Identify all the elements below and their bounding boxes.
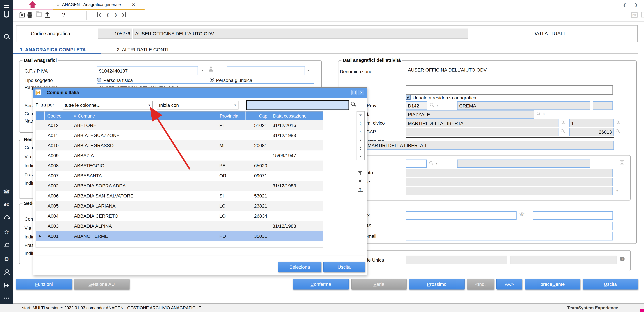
estero-codice-input[interactable] [406,160,427,168]
sms-input[interactable] [406,222,613,230]
frazione-search-icon[interactable] [561,129,565,134]
nav-back-icon[interactable]: ❮ [623,2,626,8]
modal-titlebar[interactable]: Comuni d'Italia ✕ [33,88,366,98]
comune-row-A010[interactable]: A010ABBIATEGRASSOMI20081 [36,140,323,150]
modal-uscita-button[interactable]: Uscita [323,262,365,272]
headset-icon[interactable] [0,215,13,219]
telefono-input[interactable] [406,211,516,220]
estero-dropdown-icon[interactable]: ▼ [435,162,438,165]
prov-search-icon[interactable] [430,103,434,107]
fax-input[interactable] [533,211,613,220]
page-up-icon[interactable]: ∧∧ [357,119,364,128]
radio-persona-fisica[interactable] [97,78,101,82]
comune-row-A012[interactable]: A012ABETONEPT5102131/12/2016 [36,120,323,130]
more-options-icon[interactable] [0,297,13,298]
comune-row-A003[interactable]: A003ABBADIA ALPINA31/12/1983 [36,221,323,231]
tab-altri-dati-e-conti[interactable]: 2. ALTRI DATI E CONTI [117,47,168,52]
indirizzo-search-icon[interactable] [561,121,565,125]
seleziona-button[interactable]: Seleziona [278,262,321,272]
tab-anagen[interactable]: ☆ ANAGEN - Anagrafica generale ✕ [53,0,144,10]
row-down-icon[interactable]: ∨ [357,136,364,144]
user-profile-icon[interactable] [0,269,13,274]
grid-header-provincia[interactable]: Provincia [217,111,246,120]
comune-row-A004[interactable]: A004ABBADIA CERRETOLO26834 [36,211,323,221]
prov-dropdown-icon[interactable]: ▼ [436,104,439,107]
gestione-au-button[interactable]: Gestione AU [74,279,130,289]
camera-icon[interactable] [19,13,25,18]
radio-persona-giuridica[interactable] [210,78,214,82]
next-record-icon[interactable]: ❯ [114,13,118,17]
comune-row-A006[interactable]: A006ABBADIA SAN SALVATORESI53021 [36,191,323,201]
prossimo-button[interactable]: Prossimo [409,279,464,289]
clear-filter-icon[interactable]: ✕ [358,178,362,184]
last-record-icon[interactable]: ❯ [122,13,126,17]
precedente-button[interactable]: preceDente [525,279,580,289]
prov-code-field[interactable]: D142 [406,101,427,110]
grid-header-cap[interactable]: Cap [246,111,270,120]
comune-row-A011[interactable]: A011ABBIATEGUAZZONE31/12/1983 [36,130,323,140]
uscita-button[interactable]: Uscita [582,279,638,289]
cf-secondary-input[interactable] [227,66,305,75]
tab-close-icon[interactable]: ✕ [132,2,135,7]
comune-row-A005[interactable]: A005ABBADIA LARIANALC23821 [36,201,323,211]
filter-search-icon[interactable] [351,102,356,107]
hamburger-menu-icon[interactable] [0,3,13,9]
go-first-icon[interactable]: ∧ [357,111,364,119]
comune-row-A009[interactable]: A009ABBAZIA15/09/1947 [36,150,323,161]
filter-mode-select[interactable]: Inizia con▼ [157,101,238,109]
tab-anagrafica-completa[interactable]: 1. ANAGRAFICA COMPLETA [20,47,86,52]
comune-row-A001[interactable]: ▶A001ABANO TERMEPD35031 [36,231,323,241]
ec-logo-icon[interactable]: ec [0,202,13,207]
conferma-button[interactable]: Conferma [293,279,349,289]
logout-icon[interactable] [0,283,13,287]
via-dropdown-icon[interactable]: ▼ [543,113,546,116]
cf-piva-input[interactable]: 91042440197 [97,66,198,75]
tab-star-icon[interactable]: ☆ [56,2,60,7]
uguale-residenza-checkbox[interactable]: ✔ [406,95,410,100]
filter-funnel-icon[interactable] [358,171,362,176]
settings-gear-icon[interactable]: ⚙ [0,256,13,262]
modal-close-icon[interactable]: ✕ [358,90,364,95]
search-icon[interactable] [0,34,13,40]
comune-row-A002[interactable]: A002ABBADIA SOPRA ADDA31/12/1983 [36,181,323,191]
alias-input[interactable] [406,85,613,95]
home-tab[interactable] [13,0,53,10]
notifications-bell-icon[interactable] [0,243,13,247]
record-header: Codice anagrafica 105276 AUSER OFFICINA … [16,25,638,42]
comune-row-A008[interactable]: A008ABBATEGGIOPE65020 [36,161,323,171]
civico-search-icon[interactable] [616,121,620,125]
modal-maximize-icon[interactable] [351,90,357,95]
previous-record-icon[interactable]: ❮ [106,13,109,17]
phone-icon[interactable]: ☎ [0,188,13,195]
go-last-icon[interactable]: ∨ [357,152,364,160]
row-up-icon[interactable]: ∧ [357,128,364,136]
grid-header-codice[interactable]: Codice [44,111,71,120]
print-icon[interactable] [28,12,33,18]
nav-forward-icon[interactable]: ❯ [634,2,638,8]
grid-header-cessazione[interactable]: Data cessazione [270,111,323,120]
info-icon[interactable]: i [620,257,624,261]
favorites-star-icon[interactable]: ☆ [0,229,13,235]
avanti-button[interactable]: Av.> [496,279,522,289]
first-record-icon[interactable]: ❮ [97,13,102,17]
denominazione-textarea[interactable]: AUSER OFFICINA DELL'AIUTO ODV [406,66,623,84]
cf-secondary-dropdown-icon[interactable]: ▼ [307,69,310,72]
indietro-button[interactable]: <Ind. [467,279,494,289]
cap-search-icon[interactable] [616,129,620,134]
varia-button[interactable]: Varia [351,279,406,289]
upload-icon[interactable] [45,12,51,18]
filter-column-select[interactable]: tutte le colonne...▼ [63,101,152,109]
email-input[interactable] [406,232,613,240]
help-icon[interactable]: ? [62,12,66,18]
via-search-icon[interactable] [537,112,541,116]
estero-search-icon[interactable] [429,161,434,166]
export-icon[interactable]: ↥ [358,187,362,192]
filter-search-input[interactable] [246,100,349,110]
estero-dropdown2-icon[interactable]: ▼ [616,189,618,193]
page-down-icon[interactable]: ∨∨ [357,144,364,152]
funzioni-button[interactable]: Funzioni [16,279,72,289]
estero-list-icon[interactable] [620,160,624,165]
cf-dropdown-icon[interactable]: ▼ [201,69,204,72]
grid-header-comune[interactable]: ▲▼ Comune [71,111,217,120]
comune-row-A007[interactable]: A007ABBASANTAOR09071 [36,171,323,181]
